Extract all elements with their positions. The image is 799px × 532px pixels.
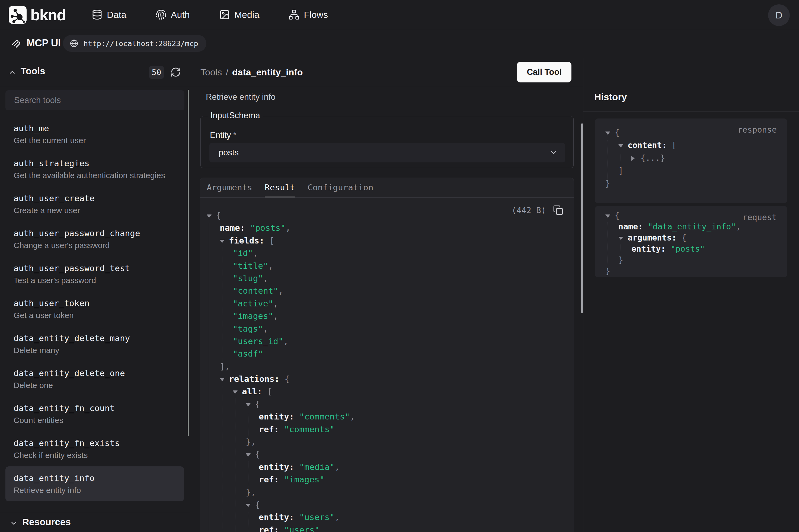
tool-list-item[interactable]: data_entity_fn_countCount entities xyxy=(5,396,184,432)
required-mark: * xyxy=(233,130,236,140)
tool-description: Get the available authentication strateg… xyxy=(14,170,184,180)
history-title: History xyxy=(594,92,627,102)
json-row: "slug", xyxy=(207,272,563,284)
chevron-up-icon[interactable] xyxy=(8,68,16,76)
network-icon xyxy=(289,9,300,20)
refresh-tools-button[interactable] xyxy=(170,67,181,78)
collapse-toggle-icon[interactable] xyxy=(220,234,229,247)
entity-select[interactable]: posts xyxy=(209,143,565,163)
json-row: "id", xyxy=(207,247,563,259)
indent-guide xyxy=(222,385,222,532)
tool-description: Get the current user xyxy=(14,135,184,146)
fingerprint-icon xyxy=(156,9,167,20)
entity-select-value: posts xyxy=(218,148,239,157)
tool-description: Retrieve entity info xyxy=(14,485,184,495)
search-input[interactable] xyxy=(5,90,185,110)
tool-name: data_entity_fn_count xyxy=(14,403,184,413)
json-row: } xyxy=(595,265,787,277)
tool-list-item[interactable]: data_entity_fn_existsCheck if entity exi… xyxy=(5,432,184,467)
json-row: "active", xyxy=(207,297,563,310)
main-panel: Tools / data_entity_info Call Tool Retri… xyxy=(190,57,583,532)
tool-list-item[interactable]: auth_user_password_testTest a user's pas… xyxy=(5,256,184,291)
tool-list-item[interactable]: data_entity_delete_oneDelete one xyxy=(5,361,184,396)
collapse-toggle-icon[interactable] xyxy=(246,398,255,410)
tool-list-item[interactable]: auth_meGet the current user xyxy=(5,117,184,152)
top-nav: DataAuthMediaFlows xyxy=(92,0,328,29)
collapse-toggle-icon[interactable] xyxy=(246,498,255,511)
nav-item-flows[interactable]: Flows xyxy=(289,9,328,20)
tools-section-title: Tools xyxy=(21,65,45,76)
history-card[interactable]: request{name: "data_entity_info",argumen… xyxy=(595,206,787,277)
tool-description: Delete many xyxy=(14,345,184,356)
nav-item-label: Media xyxy=(234,10,260,20)
tool-name: data_entity_delete_one xyxy=(14,368,184,378)
json-row: "users_id", xyxy=(207,335,563,347)
brand-logo[interactable]: bknd xyxy=(9,6,66,24)
tool-list-item[interactable]: data_entity_delete_manyDelete many xyxy=(5,326,184,361)
nav-item-auth[interactable]: Auth xyxy=(156,9,190,20)
tool-list-item[interactable]: auth_user_tokenGet a user token xyxy=(5,291,184,326)
tools-count-badge: 50 xyxy=(149,65,164,79)
json-row: name: "data_entity_info", xyxy=(595,221,787,232)
result-meta: (442 B) xyxy=(512,205,563,215)
json-row: {...} xyxy=(595,152,787,164)
breadcrumb-separator: / xyxy=(226,67,228,78)
input-schema-legend: InputSchema xyxy=(208,111,263,120)
tool-description: Delete one xyxy=(14,380,184,391)
tool-list-item[interactable]: auth_strategiesGet the available authent… xyxy=(5,152,184,187)
avatar[interactable]: D xyxy=(768,4,790,26)
tools-header: Tools 50 xyxy=(0,57,190,87)
json-row: { xyxy=(207,209,563,222)
image-icon xyxy=(219,9,230,20)
tool-name: auth_user_password_change xyxy=(14,228,184,238)
json-row: }, xyxy=(207,486,563,498)
collapse-toggle-icon[interactable] xyxy=(605,126,614,139)
tab-result[interactable]: Result xyxy=(265,178,295,197)
collapse-toggle-icon[interactable] xyxy=(246,448,255,460)
json-row: "content", xyxy=(207,284,563,297)
tab-configuration[interactable]: Configuration xyxy=(308,178,374,197)
collapse-toggle-icon[interactable] xyxy=(207,209,216,222)
nav-item-media[interactable]: Media xyxy=(219,9,260,20)
json-row: name: "posts", xyxy=(207,222,563,234)
indent-guide xyxy=(248,512,248,532)
collapse-toggle-icon[interactable] xyxy=(619,232,628,243)
resources-section[interactable]: Resources xyxy=(0,512,190,532)
history-panel: History response{content: [{...}]}reques… xyxy=(583,57,799,532)
tool-list-item[interactable]: data_entity_infoRetrieve entity info xyxy=(5,467,184,501)
tool-list-item[interactable]: auth_user_createCreate a new user xyxy=(5,187,184,222)
refresh-icon xyxy=(170,67,181,78)
tool-name: auth_strategies xyxy=(14,158,184,168)
copy-icon[interactable] xyxy=(553,205,563,215)
top-bar: bknd DataAuthMediaFlows D xyxy=(0,0,799,29)
json-row: "asdf" xyxy=(207,347,563,360)
breadcrumb-root[interactable]: Tools xyxy=(201,67,222,78)
history-card[interactable]: response{content: [{...}]} xyxy=(595,118,787,203)
tool-description: Check if entity exists xyxy=(14,450,184,460)
json-row: ] xyxy=(595,164,787,177)
collapse-toggle-icon[interactable] xyxy=(605,210,614,221)
tool-description: Test a user's password xyxy=(14,275,184,286)
call-tool-button[interactable]: Call Tool xyxy=(517,62,571,82)
indent-guide xyxy=(248,411,248,436)
indent-guide xyxy=(209,224,209,532)
json-row: entity: "comments", xyxy=(207,410,563,423)
collapse-toggle-icon[interactable] xyxy=(233,385,242,398)
json-row: { xyxy=(207,398,563,410)
json-row: entity: "media", xyxy=(207,461,563,473)
history-cards: response{content: [{...}]}request{name: … xyxy=(595,118,787,280)
breadcrumb-current: data_entity_info xyxy=(232,67,303,78)
tab-arguments[interactable]: Arguments xyxy=(207,178,252,197)
nav-item-data[interactable]: Data xyxy=(92,9,127,20)
collapse-toggle-icon[interactable] xyxy=(619,139,628,152)
indent-guide xyxy=(248,461,248,487)
breadcrumb: Tools / data_entity_info xyxy=(201,57,303,87)
indent-guide xyxy=(235,398,235,532)
expand-toggle-icon[interactable] xyxy=(631,152,641,164)
tool-name: auth_user_create xyxy=(14,193,184,203)
tool-description: Create a new user xyxy=(14,205,184,215)
collapse-toggle-icon[interactable] xyxy=(220,373,229,385)
json-row: entity: "posts" xyxy=(595,243,787,254)
mcp-url-pill[interactable]: http://localhost:28623/mcp xyxy=(63,35,206,52)
tool-list-item[interactable]: auth_user_password_changeChange a user's… xyxy=(5,222,184,256)
